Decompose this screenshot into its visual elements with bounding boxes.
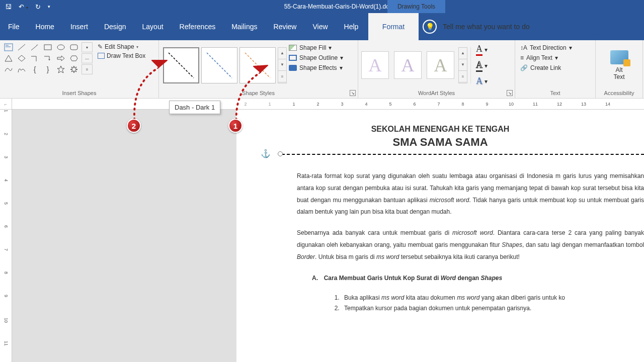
shape-fill-button[interactable]: Shape Fill▾ xyxy=(289,44,343,51)
wordart-launcher-icon[interactable]: ↘ xyxy=(507,90,513,96)
draw-text-box-button[interactable]: Draw Text Box xyxy=(95,51,148,60)
svg-rect-8 xyxy=(70,45,77,50)
tab-help[interactable]: Help xyxy=(336,13,367,40)
preset-dash-orange[interactable] xyxy=(239,47,276,83)
document-page[interactable]: SEKOLAH MENENGAH KE TENGAH SMA SAMA SAMA… xyxy=(236,110,644,362)
tab-home[interactable]: Home xyxy=(28,13,62,40)
shape-right-brace-icon[interactable]: } xyxy=(42,64,53,74)
preset-dash-blue[interactable] xyxy=(201,47,237,83)
shape-diamond-icon[interactable] xyxy=(16,53,27,63)
tab-mailings[interactable]: Mailings xyxy=(223,13,265,40)
anchor-icon[interactable]: ⚓ xyxy=(261,149,271,158)
text-effects-button[interactable]: A▾ xyxy=(476,76,488,86)
shape-triangle-icon[interactable] xyxy=(3,53,14,63)
tab-references[interactable]: References xyxy=(172,13,224,40)
svg-rect-0 xyxy=(5,44,13,51)
shape-rectangle-icon[interactable] xyxy=(42,42,53,52)
undo-icon[interactable]: ↶ ▾ xyxy=(19,3,28,11)
gallery-spinner[interactable]: ▲ ▼ ≡ xyxy=(278,47,287,83)
horizontal-ruler[interactable]: 211234567891011121314 xyxy=(12,99,644,110)
gallery-tooltip: Dash - Dark 1 xyxy=(169,101,220,114)
create-link-button[interactable]: 🔗Create Link xyxy=(520,64,590,71)
shape-curve-icon[interactable] xyxy=(3,64,14,74)
style-gallery[interactable]: ▲ ▼ ≡ xyxy=(162,42,287,88)
tab-design[interactable]: Design xyxy=(96,13,134,40)
gallery-more-icon[interactable]: ≡ xyxy=(278,71,286,82)
fill-icon xyxy=(289,45,297,51)
text-direction-button[interactable]: ↕AText Direction▾ xyxy=(520,44,590,51)
group-wordart: A A A ▲ ▼ ≡ A▾ A▾ A▾ WordArt Styles ↘ xyxy=(358,40,515,98)
text-fill-button[interactable]: A▾ xyxy=(476,44,488,56)
save-icon[interactable]: 🖫 xyxy=(5,3,12,11)
ribbon-tabs: File Home Insert Design Layout Reference… xyxy=(0,13,644,40)
tab-view[interactable]: View xyxy=(304,13,336,40)
wordart-spinner[interactable]: ▲ ▼ ≡ xyxy=(458,47,467,83)
shape-star-icon[interactable] xyxy=(55,64,66,74)
align-text-button[interactable]: ≡Align Text▾ xyxy=(520,54,590,61)
list-item: Buka aplikasi ms word kita atau dokumen … xyxy=(341,293,644,303)
shapes-row2-more-icon[interactable]: — xyxy=(82,53,93,63)
text-outline-button[interactable]: A▾ xyxy=(476,60,488,72)
title-bar: 🖫 ↶ ▾ ↻ ▾ 55-Cara-Membuat-Garis-Di-Word(… xyxy=(0,0,644,13)
redo-icon[interactable]: ↻ xyxy=(35,3,41,11)
group-shape-styles: ▲ ▼ ≡ Shape Fill▾ Shape Outline▾ Shape E… xyxy=(159,40,358,98)
paragraph-1: Rata-rata format kop surat yang digunaka… xyxy=(297,170,644,218)
tab-format[interactable]: Format xyxy=(368,13,419,40)
vertical-ruler[interactable]: ⌐ 1234567891011 xyxy=(0,99,12,362)
group-label-accessibility: Accessibility xyxy=(599,88,639,98)
shapes-gallery[interactable]: ▾ — { } ≡ xyxy=(3,42,93,88)
preset-dash-dark[interactable] xyxy=(163,47,199,83)
shape-textbox-icon[interactable] xyxy=(3,42,14,52)
shape-handle[interactable] xyxy=(278,151,283,156)
wordart-up-icon[interactable]: ▲ xyxy=(459,48,467,59)
group-accessibility: Alt Text Accessibility xyxy=(596,40,643,98)
text-direction-icon: ↕A xyxy=(520,44,527,51)
svg-marker-5 xyxy=(36,44,38,45)
shape-hexagon-icon[interactable] xyxy=(68,53,79,63)
alt-text-button[interactable]: Alt Text xyxy=(599,42,639,88)
group-text: ↕AText Direction▾ ≡Align Text▾ 🔗Create L… xyxy=(515,40,596,98)
shapes-row-more-icon[interactable]: ▾ xyxy=(82,42,93,52)
svg-point-7 xyxy=(57,45,64,50)
shape-line-icon[interactable] xyxy=(16,42,27,52)
effects-icon xyxy=(289,65,297,71)
tell-me-search[interactable]: 💡 Tell me what you want to do xyxy=(423,13,530,40)
shape-styles-launcher-icon[interactable]: ↘ xyxy=(350,90,356,96)
shape-elbow-icon[interactable] xyxy=(29,53,40,63)
wordart-down-icon[interactable]: ▼ xyxy=(459,59,467,71)
tab-layout[interactable]: Layout xyxy=(134,13,172,40)
gallery-up-icon[interactable]: ▲ xyxy=(278,48,286,59)
svg-marker-13 xyxy=(57,66,64,73)
tab-insert[interactable]: Insert xyxy=(62,13,96,40)
tab-review[interactable]: Review xyxy=(266,13,305,40)
wordart-preset-3[interactable]: A xyxy=(427,51,454,79)
inserted-line-shape[interactable]: ⚓ xyxy=(282,154,644,155)
gallery-down-icon[interactable]: ▼ xyxy=(278,59,286,71)
edit-shape-icon: ✎ xyxy=(98,43,103,50)
shape-oval-icon[interactable] xyxy=(55,42,66,52)
link-icon: 🔗 xyxy=(520,64,528,71)
shape-left-brace-icon[interactable]: { xyxy=(29,64,40,74)
shape-outline-button[interactable]: Shape Outline▾ xyxy=(289,54,343,61)
shape-effects-button[interactable]: Shape Effects▾ xyxy=(289,64,343,71)
shape-block-arrow-icon[interactable] xyxy=(55,53,66,63)
lightbulb-icon: 💡 xyxy=(423,20,437,34)
shape-rounded-rect-icon[interactable] xyxy=(68,42,79,52)
shape-freeform-icon[interactable] xyxy=(16,64,27,74)
shapes-expand-icon[interactable]: ≡ xyxy=(82,64,93,74)
ordered-list: Buka aplikasi ms word kita atau dokumen … xyxy=(341,293,644,313)
wordart-more-icon[interactable]: ≡ xyxy=(459,71,467,82)
shape-arrow-line-icon[interactable] xyxy=(29,42,40,52)
page-background: SEKOLAH MENENGAH KE TENGAH SMA SAMA SAMA… xyxy=(12,110,644,362)
qat-more-icon[interactable]: ▾ xyxy=(48,4,50,9)
group-insert-shapes: ▾ — { } ≡ xyxy=(0,40,159,98)
svg-line-3 xyxy=(18,44,25,50)
callout-1: 1 xyxy=(228,119,243,133)
shape-elbow-arrow-icon[interactable] xyxy=(42,53,53,63)
shape-star8-icon[interactable] xyxy=(68,64,79,74)
wordart-preset-1[interactable]: A xyxy=(361,51,389,79)
edit-shape-button[interactable]: ✎Edit Shape▾ xyxy=(95,42,148,51)
quick-access-toolbar: 🖫 ↶ ▾ ↻ ▾ xyxy=(0,3,55,11)
wordart-preset-2[interactable]: A xyxy=(394,51,422,79)
tab-file[interactable]: File xyxy=(0,13,28,40)
